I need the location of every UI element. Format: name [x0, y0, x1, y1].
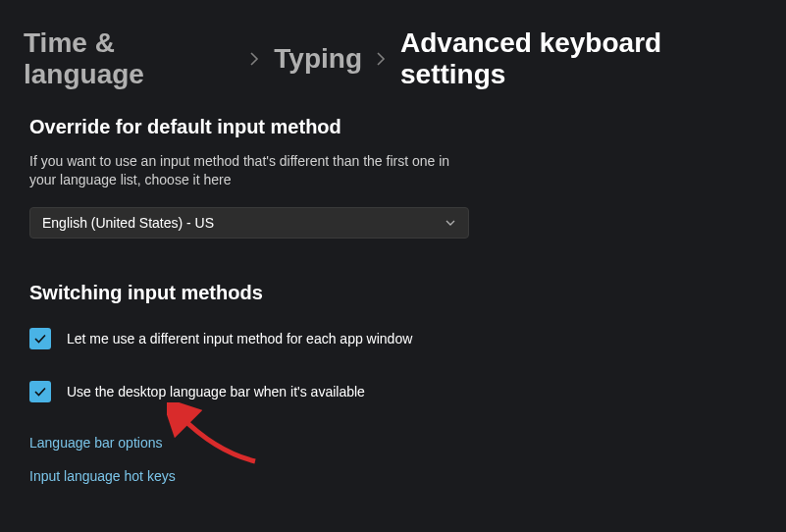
check-icon	[33, 332, 47, 346]
dropdown-selected-value: English (United States) - US	[42, 215, 214, 231]
chevron-right-icon	[376, 51, 387, 67]
checkbox-language-bar[interactable]	[29, 381, 51, 402]
checkbox-language-bar-label: Use the desktop language bar when it's a…	[67, 384, 365, 399]
chevron-right-icon	[249, 51, 260, 67]
breadcrumb-time-language[interactable]: Time & language	[24, 27, 236, 90]
checkbox-row-per-app: Let me use a different input method for …	[29, 328, 757, 349]
checkbox-per-app[interactable]	[29, 328, 51, 349]
checkbox-per-app-label: Let me use a different input method for …	[67, 331, 412, 346]
main-content: Override for default input method If you…	[0, 110, 786, 506]
breadcrumb: Time & language Typing Advanced keyboard…	[0, 0, 786, 110]
language-bar-options-link[interactable]: Language bar options	[29, 435, 162, 451]
input-language-hotkeys-link[interactable]: Input language hot keys	[29, 468, 176, 484]
breadcrumb-current: Advanced keyboard settings	[400, 27, 762, 90]
checkbox-row-language-bar: Use the desktop language bar when it's a…	[29, 381, 757, 402]
chevron-down-icon	[445, 217, 456, 229]
override-description: If you want to use an input method that'…	[29, 152, 466, 189]
switching-section-title: Switching input methods	[29, 282, 757, 304]
breadcrumb-typing[interactable]: Typing	[274, 43, 362, 75]
input-method-dropdown[interactable]: English (United States) - US	[29, 207, 469, 239]
check-icon	[33, 385, 47, 399]
override-section-title: Override for default input method	[29, 116, 757, 138]
